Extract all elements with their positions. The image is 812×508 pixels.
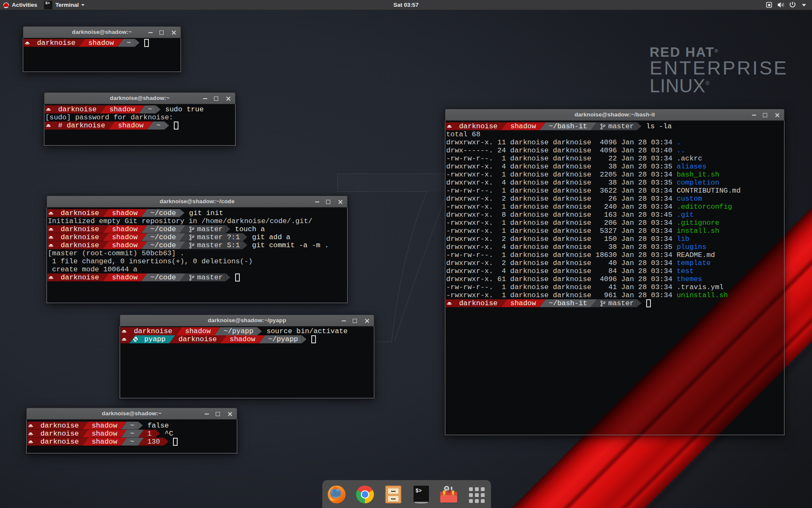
svg-text:$>: $> — [416, 488, 422, 494]
